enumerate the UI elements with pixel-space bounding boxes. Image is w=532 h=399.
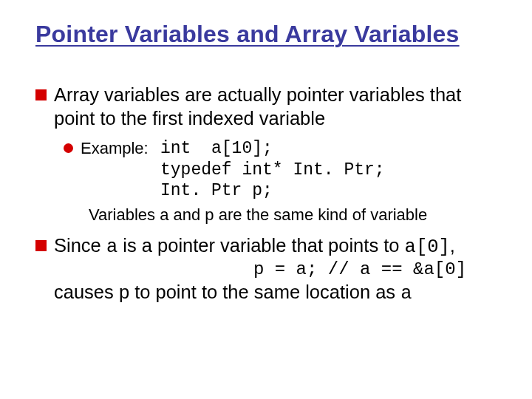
bullet-item-2: Since a is a pointer variable that point…: [35, 234, 497, 307]
code-line-2: typedef int* Int. Ptr;: [160, 160, 385, 180]
code-line-3: Int. Ptr p;: [160, 181, 273, 200]
slide: Pointer Variables and Array Variables Ar…: [0, 0, 532, 399]
example-row: Example: int a[10]; typedef int* Int. Pt…: [64, 138, 497, 202]
slide-title: Pointer Variables and Array Variables: [35, 21, 497, 48]
assignment-code: p = a; // a == &a[0]: [253, 259, 497, 281]
bullet-item-1: Array variables are actually pointer var…: [35, 83, 497, 131]
example-label: Example:: [81, 138, 160, 202]
square-bullet-icon: [35, 240, 47, 251]
example-note: Variables a and p are the same kind of v…: [89, 205, 497, 225]
bullet-text: Array variables are actually pointer var…: [54, 83, 497, 131]
bullet-text-2: Since a is a pointer variable that point…: [54, 234, 497, 307]
disc-bullet-icon: [64, 143, 73, 153]
slide-body: Array variables are actually pointer var…: [35, 83, 497, 306]
example-code: int a[10]; typedef int* Int. Ptr; Int. P…: [160, 138, 404, 202]
square-bullet-icon: [35, 89, 47, 100]
code-line-1: int a[10];: [160, 139, 273, 158]
